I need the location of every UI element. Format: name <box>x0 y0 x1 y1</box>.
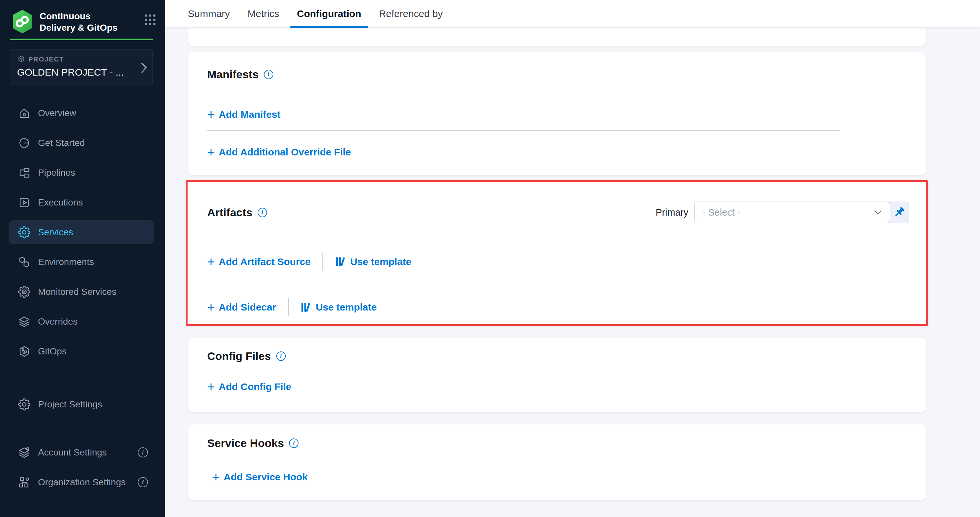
template-library-icon <box>335 256 346 267</box>
pipelines-icon <box>18 167 30 179</box>
sidebar-scope-settings-group: Account Settings i Organization Settings… <box>0 441 165 500</box>
sidebar-item-label: Pipelines <box>38 167 75 178</box>
info-icon[interactable]: i <box>138 477 148 487</box>
sidebar-item-label: Executions <box>38 197 83 208</box>
tab-configuration[interactable]: Configuration <box>290 0 368 27</box>
plus-icon: + <box>207 381 215 393</box>
service-hooks-title: Service Hooks <box>207 437 284 450</box>
artifacts-title: Artifacts <box>207 206 252 219</box>
main-area: Summary Metrics Configuration Referenced… <box>165 0 980 517</box>
info-icon[interactable]: i <box>258 208 267 217</box>
config-files-title: Config Files <box>207 350 271 363</box>
sidebar-item-label: Overview <box>38 108 76 118</box>
brand-header: Continuous Delivery & GitOps <box>0 0 165 33</box>
environments-icon <box>18 256 30 268</box>
add-service-hook-button[interactable]: +Add Service Hook <box>212 471 308 484</box>
plus-icon: + <box>207 301 215 313</box>
info-icon[interactable]: i <box>276 352 286 361</box>
sidebar-item-get-started[interactable]: Get Started <box>9 131 154 155</box>
sidebar-item-label: GitOps <box>38 346 67 357</box>
previous-section-card-fragment <box>188 28 926 46</box>
account-settings-icon <box>18 446 30 459</box>
tab-summary[interactable]: Summary <box>181 0 236 27</box>
plus-icon: + <box>207 109 215 121</box>
sidebar-item-executions[interactable]: Executions <box>9 191 154 214</box>
info-icon[interactable]: i <box>264 70 273 79</box>
sidebar-item-project-settings[interactable]: Project Settings <box>9 392 154 416</box>
home-icon <box>18 107 30 119</box>
add-artifact-source-button[interactable]: +Add Artifact Source <box>207 255 311 268</box>
sidebar: Continuous Delivery & GitOps PROJECT GOL… <box>0 0 165 517</box>
sidebar-item-organization-settings[interactable]: Organization Settings i <box>9 470 154 494</box>
sidebar-item-overview[interactable]: Overview <box>9 101 154 125</box>
chevron-right-icon <box>141 62 147 73</box>
vertical-divider <box>322 253 323 271</box>
add-manifest-button[interactable]: +Add Manifest <box>207 108 280 121</box>
config-files-section: Config Files i +Add Config File <box>188 338 926 412</box>
sidebar-item-label: Account Settings <box>38 447 107 458</box>
select-placeholder: - Select - <box>702 207 874 218</box>
brand-accent-rule <box>10 38 153 40</box>
sidebar-project-settings-group: Project Settings <box>0 392 165 416</box>
sidebar-item-label: Get Started <box>38 138 85 148</box>
sidebar-item-services[interactable]: Services <box>9 220 154 244</box>
info-icon[interactable]: i <box>138 447 148 457</box>
monitored-services-icon <box>18 286 30 298</box>
project-label: PROJECT <box>29 56 64 63</box>
plus-icon: + <box>207 256 215 268</box>
add-additional-override-file-button[interactable]: +Add Additional Override File <box>207 146 351 159</box>
primary-artifact-label: Primary <box>655 207 688 218</box>
organization-settings-icon <box>18 476 30 488</box>
sidebar-item-label: Monitored Services <box>38 286 116 297</box>
configuration-content: Manifests i +Add Manifest +Add Additiona… <box>165 28 980 517</box>
gear-icon <box>18 398 30 410</box>
sidebar-item-label: Overrides <box>38 317 78 327</box>
cube-icon <box>17 55 25 64</box>
sidebar-item-overrides[interactable]: Overrides <box>9 310 154 333</box>
sidebar-item-label: Environments <box>38 257 94 267</box>
sidebar-nav: Overview Get Started Pipelines Execution… <box>0 101 165 369</box>
use-template-artifact-button[interactable]: Use template <box>335 255 412 268</box>
sidebar-divider <box>9 426 154 426</box>
sidebar-item-label: Project Settings <box>38 399 102 410</box>
pushpin-icon <box>892 206 906 219</box>
tab-metrics[interactable]: Metrics <box>241 0 286 27</box>
plus-icon: + <box>212 471 220 483</box>
project-selector[interactable]: PROJECT GOLDEN PROJECT - ... <box>10 49 153 86</box>
layers-icon <box>18 315 30 328</box>
use-template-sidecar-button[interactable]: Use template <box>301 301 377 314</box>
harness-cd-logo-icon <box>11 10 33 33</box>
services-gear-icon <box>18 226 30 239</box>
sidebar-item-pipelines[interactable]: Pipelines <box>9 161 154 185</box>
module-title: Continuous Delivery & GitOps <box>40 11 124 33</box>
manifests-divider <box>207 130 840 131</box>
info-icon[interactable]: i <box>289 439 299 448</box>
primary-artifact-select[interactable]: - Select - <box>694 202 890 223</box>
tab-referenced-by[interactable]: Referenced by <box>372 0 449 27</box>
sidebar-item-monitored-services[interactable]: Monitored Services <box>9 280 154 304</box>
gitops-icon <box>18 345 30 358</box>
chevron-down-icon <box>874 210 882 215</box>
sidebar-item-label: Services <box>38 227 73 237</box>
project-name: GOLDEN PROJECT - ... <box>17 67 137 78</box>
vertical-divider <box>288 298 289 317</box>
sidebar-item-environments[interactable]: Environments <box>9 250 154 274</box>
executions-icon <box>18 196 30 209</box>
module-switcher-grid-icon[interactable] <box>145 14 156 25</box>
template-library-icon <box>301 302 312 313</box>
manifests-title: Manifests <box>207 68 259 81</box>
sidebar-item-label: Organization Settings <box>38 477 126 488</box>
app-root: Continuous Delivery & GitOps PROJECT GOL… <box>0 0 980 517</box>
sidebar-item-gitops[interactable]: GitOps <box>9 339 154 363</box>
add-sidecar-button[interactable]: +Add Sidecar <box>207 301 276 314</box>
service-hooks-section: Service Hooks i +Add Service Hook <box>188 425 926 500</box>
plus-icon: + <box>207 146 215 158</box>
sidebar-item-account-settings[interactable]: Account Settings i <box>9 441 154 465</box>
add-config-file-button[interactable]: +Add Config File <box>207 380 291 393</box>
artifacts-section-highlighted: Artifacts i Primary - Select - <box>186 180 928 326</box>
sidebar-divider <box>9 379 154 379</box>
get-started-icon <box>18 137 30 149</box>
tab-bar: Summary Metrics Configuration Referenced… <box>165 0 980 28</box>
manifests-section: Manifests i +Add Manifest +Add Additiona… <box>188 52 926 175</box>
